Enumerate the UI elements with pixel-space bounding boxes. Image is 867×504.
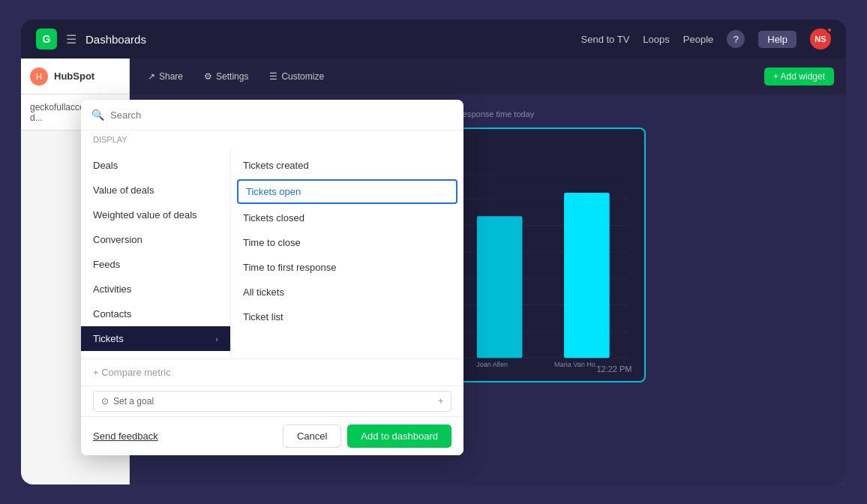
menu-item-deals[interactable]: Deals [81, 153, 230, 178]
goal-icon: ⊙ [101, 396, 109, 406]
right-item-tickets-open[interactable]: Tickets open [237, 179, 458, 204]
dropdown-panel: 🔍 Display Deals Value of deals [81, 100, 464, 455]
goal-section: ⊙ Set a goal + [81, 386, 464, 416]
left-menu: Deals Value of deals Weighted value of d… [81, 148, 231, 358]
hubspot-logo: H [30, 68, 48, 86]
right-item-time-to-first-response[interactable]: Time to first response [231, 255, 464, 280]
customize-button[interactable]: ☰ Customize [263, 68, 330, 85]
share-label: Share [159, 71, 183, 82]
customize-icon: ☰ [269, 71, 278, 82]
customize-label: Customize [281, 71, 324, 82]
help-button[interactable]: Help [758, 31, 796, 48]
avatar-initials: NS [814, 34, 826, 44]
main-content-area: H HubSpot geckofullaccesss-d... ▼ ↗ Shar… [21, 58, 846, 484]
search-icon: 🔍 [92, 109, 104, 121]
add-to-dashboard-button[interactable]: Add to dashboard [347, 424, 452, 448]
svg-rect-17 [476, 216, 522, 358]
chevron-right-icon: › [215, 334, 218, 344]
set-goal-row[interactable]: ⊙ Set a goal + [93, 391, 452, 412]
right-item-ticket-list[interactable]: Ticket list [231, 304, 464, 329]
right-item-time-to-close[interactable]: Time to close [231, 230, 464, 255]
svg-text:Maria Van Ho...: Maria Van Ho... [554, 361, 601, 368]
search-row: 🔍 [81, 100, 464, 130]
menu-item-tickets[interactable]: Tickets › [81, 326, 230, 351]
share-icon: ↗ [148, 71, 155, 82]
settings-icon: ⚙ [204, 71, 212, 82]
settings-label: Settings [216, 71, 248, 82]
right-menu: Tickets created Tickets open Tickets clo… [231, 148, 464, 358]
right-item-all-tickets[interactable]: All tickets [231, 280, 464, 304]
top-navigation: G ☰ Dashboards Send to TV Loops People ?… [21, 20, 846, 58]
search-input[interactable] [110, 110, 453, 121]
goal-add-icon: + [438, 396, 443, 406]
hubspot-header: H HubSpot [21, 58, 129, 94]
compare-metric-label: + Compare metric [93, 367, 171, 378]
chart-timestamp: 12:22 PM [596, 364, 632, 374]
cancel-button[interactable]: Cancel [283, 424, 341, 448]
hubspot-name: HubSpot [54, 70, 94, 82]
menu-item-value-of-deals[interactable]: Value of deals [81, 178, 230, 202]
set-goal-label: Set a goal [113, 396, 154, 406]
notification-dot [826, 27, 832, 33]
hubspot-logo-symbol: H [36, 72, 42, 81]
compare-metric-button[interactable]: + Compare metric [81, 358, 464, 386]
footer-buttons: Send feedback Cancel Add to dashboard [81, 416, 464, 455]
loops-link[interactable]: Loops [643, 34, 669, 45]
menu-item-weighted-value-of-deals[interactable]: Weighted value of deals [81, 202, 230, 227]
help-question-icon[interactable]: ? [727, 30, 745, 48]
display-label: Display [81, 130, 464, 148]
user-avatar[interactable]: NS [810, 28, 831, 50]
menu-item-activities[interactable]: Activities [81, 277, 230, 302]
share-button[interactable]: ↗ Share [142, 68, 189, 85]
send-feedback-button[interactable]: Send feedback [93, 424, 158, 448]
menu-item-feeds[interactable]: Feeds [81, 252, 230, 277]
settings-button[interactable]: ⚙ Settings [198, 68, 254, 85]
menu-item-contacts[interactable]: Contacts [81, 302, 230, 326]
dropdown-body: Deals Value of deals Weighted value of d… [81, 148, 464, 358]
right-item-tickets-created[interactable]: Tickets created [231, 153, 464, 178]
svg-rect-18 [564, 193, 610, 358]
add-widget-button[interactable]: + Add widget [764, 68, 834, 86]
svg-text:Joan Allen: Joan Allen [476, 361, 508, 368]
app-title: Dashboards [86, 33, 572, 46]
widget-toolbar: ↗ Share ⚙ Settings ☰ Customize + Add wid… [130, 58, 846, 94]
app-logo: G [36, 28, 57, 50]
topnav-right-area: Send to TV Loops People ? Help NS [581, 28, 831, 50]
right-item-tickets-closed[interactable]: Tickets closed [231, 206, 464, 230]
menu-item-conversion[interactable]: Conversion [81, 227, 230, 252]
hamburger-icon[interactable]: ☰ [66, 32, 76, 46]
main-window: G ☰ Dashboards Send to TV Loops People ?… [21, 20, 846, 484]
people-link[interactable]: People [683, 34, 713, 45]
send-to-tv-link[interactable]: Send to TV [581, 34, 630, 45]
